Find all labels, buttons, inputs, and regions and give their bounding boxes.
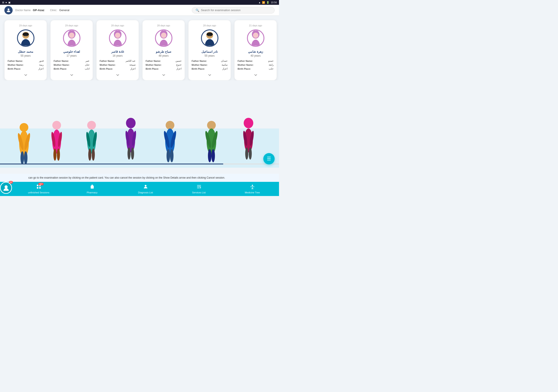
card-expand-btn-3[interactable] (146, 73, 182, 77)
card-expand-btn-4[interactable] (192, 73, 227, 77)
card-birthplace-value-0: اعزاز (38, 67, 44, 70)
card-birthplace-value-3: اعزاز (176, 67, 182, 70)
card-mother-value-5: رابعة (269, 63, 274, 66)
nav-icon-unfinished-sessions: 327 (36, 184, 41, 191)
nav-items: 327 unfinished Sessions Pharmacy Diagnos… (12, 183, 279, 195)
card-name-3: صباح طرشو (146, 50, 182, 53)
svg-point-35 (170, 149, 174, 162)
card-mother-label-2: Mother Name: (100, 64, 115, 66)
search-input[interactable] (201, 9, 271, 12)
svg-rect-82 (39, 187, 41, 189)
card-expand-btn-0[interactable] (8, 73, 44, 77)
circle-icon: ● (5, 1, 7, 4)
card-time-ago-3: 28 days ago (146, 24, 182, 27)
card-father-row-4: Father Name: حمدان (192, 60, 227, 62)
card-birthplace-row-1: Birth Place: ادلب (54, 67, 90, 70)
svg-rect-87 (197, 188, 200, 188)
svg-point-57 (69, 33, 74, 38)
svg-point-37 (207, 128, 216, 155)
svg-point-40 (208, 149, 211, 162)
recent-apps-icon: ⊞ (2, 1, 4, 4)
svg-point-2 (8, 11, 8, 12)
card-birthplace-value-4: اعزاز (222, 67, 227, 70)
nav-item-services-list[interactable]: Services List (172, 183, 226, 195)
doctor-info: Doctor Name GP-Azaz Clinic: General (15, 9, 69, 12)
patient-card-2[interactable]: 28 days ago غادة قاصر 16 years Father Na… (96, 20, 139, 80)
nav-profile[interactable]: 23 (0, 182, 12, 192)
signal-icon: 📶 (262, 1, 265, 4)
patient-card-3[interactable]: 28 days ago صباح طرشو 48 years Father Na… (142, 20, 185, 80)
card-avatar-container-2 (100, 29, 136, 47)
search-bar[interactable]: 🔍 (192, 7, 275, 14)
card-avatar-4 (201, 29, 218, 47)
card-father-value-2: عبد الناصر (126, 60, 136, 62)
doctor-avatar (4, 6, 13, 14)
card-name-4: نادر اسماعيل (192, 50, 227, 53)
card-avatar-2 (109, 29, 126, 47)
clinic-value: General (59, 9, 69, 12)
patient-card-0[interactable]: 29 days ago محمد حنظل 55 years Father Na… (4, 20, 47, 80)
info-banner: can go to the examination session by cli… (0, 174, 279, 182)
svg-point-32 (163, 130, 171, 148)
svg-point-9 (20, 151, 24, 164)
card-expand-btn-1[interactable] (54, 73, 90, 77)
card-age-0: 55 years (8, 54, 44, 57)
header-left: Doctor Name GP-Azaz Clinic: General (4, 6, 69, 14)
patient-card-4[interactable]: 28 days ago نادر اسماعيل 55 years Father… (188, 20, 231, 80)
patient-card-5[interactable]: 21 days ago زهرة شامي 40 years Father Na… (234, 20, 277, 80)
patient-card-1[interactable]: 29 days ago اهداء خلوصي 17 years Father … (50, 20, 93, 80)
svg-point-56 (67, 40, 76, 46)
svg-point-12 (52, 130, 61, 153)
card-father-row-1: Father Name: عمر (54, 60, 90, 62)
svg-point-33 (169, 130, 177, 148)
card-birthplace-row-3: Birth Place: اعزاز (146, 67, 182, 70)
card-name-2: غادة قاصر (100, 50, 136, 53)
svg-point-18 (87, 130, 96, 153)
svg-point-60 (113, 40, 122, 46)
svg-point-44 (244, 128, 253, 153)
svg-rect-53 (24, 35, 28, 36)
card-mother-label-5: Mother Name: (238, 64, 253, 66)
nav-label-pharmacy: Pharmacy (87, 191, 98, 194)
svg-rect-86 (197, 187, 201, 187)
card-birthplace-row-0: Birth Place: اعزاز (8, 67, 44, 70)
card-father-value-4: حمدان (221, 60, 227, 62)
svg-point-73 (251, 40, 260, 46)
svg-point-77 (5, 189, 6, 190)
nav-item-medicine-tree[interactable]: Medicine Tree (226, 183, 279, 195)
svg-point-64 (159, 40, 168, 46)
card-time-ago-2: 28 days ago (100, 24, 136, 27)
svg-point-48 (249, 147, 252, 160)
nav-icon-diagnosis-list (143, 184, 148, 191)
card-expand-btn-5[interactable] (238, 73, 274, 77)
card-expand-btn-2[interactable] (100, 73, 136, 77)
card-birthplace-row-2: Birth Place: اعزاز (100, 67, 136, 70)
svg-rect-1 (8, 12, 9, 12)
svg-point-7 (17, 133, 25, 150)
nav-item-unfinished-sessions[interactable]: 327 unfinished Sessions (12, 183, 65, 195)
card-avatar-5 (247, 29, 264, 47)
nav-item-diagnosis-list[interactable]: Diagnosis List (119, 183, 172, 195)
card-father-row-0: Father Name: قدور (8, 60, 44, 62)
card-mother-row-2: Mother Name: صبيحة (100, 63, 136, 66)
svg-point-61 (115, 33, 120, 38)
svg-point-30 (166, 121, 174, 130)
svg-rect-79 (37, 185, 38, 186)
svg-point-47 (245, 147, 248, 160)
card-birthplace-row-5: Birth Place: حلب (238, 67, 274, 70)
nav-item-pharmacy[interactable]: Pharmacy (65, 183, 119, 195)
svg-point-23 (126, 119, 135, 128)
battery-icon: 🔋 (266, 1, 270, 4)
card-father-row-3: Father Name: حسين (146, 60, 182, 62)
svg-point-3 (9, 11, 9, 12)
svg-point-24 (126, 118, 136, 128)
clock: 10:56 (271, 1, 277, 4)
card-name-5: زهرة شامي (238, 50, 274, 53)
scroll-indicator (0, 163, 279, 164)
card-age-2: 16 years (100, 54, 136, 57)
card-avatar-container-1 (54, 29, 90, 47)
card-father-label-1: Father Name: (54, 60, 69, 62)
fab-button[interactable]: ☰ (263, 153, 275, 164)
card-birthplace-label-1: Birth Place: (54, 68, 67, 70)
card-mother-row-5: Mother Name: رابعة (238, 63, 274, 66)
